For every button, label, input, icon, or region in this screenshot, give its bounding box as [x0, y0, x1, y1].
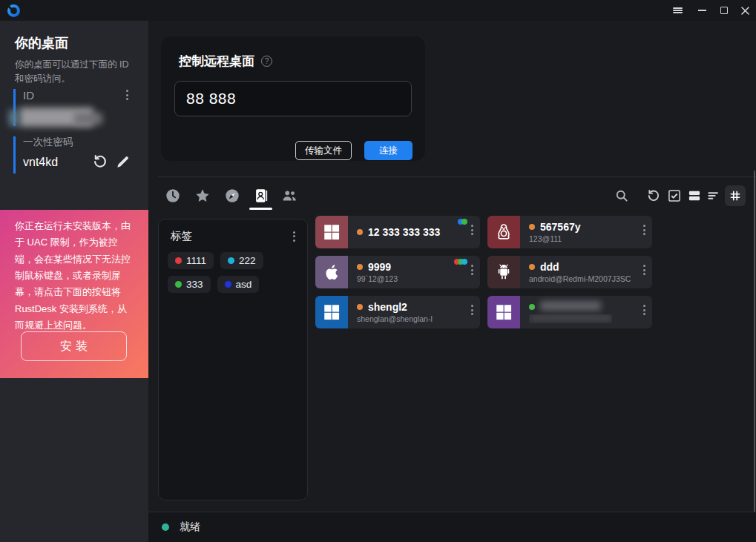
- peer-name: [540, 301, 601, 313]
- sidebar: 你的桌面 你的桌面可以通过下面的 ID 和密码访问。 ID 一次性密码 vnt4…: [0, 21, 148, 542]
- peer-tag-dots: [460, 219, 467, 225]
- hamburger-menu-icon[interactable]: [667, 0, 688, 21]
- rustdesk-logo-icon: [7, 4, 20, 17]
- section-divider: [158, 176, 756, 177]
- desktop-description: 你的桌面可以通过下面的 ID 和密码访问。: [15, 58, 137, 87]
- control-remote-desktop-title: 控制远程桌面: [179, 53, 254, 70]
- peer-card[interactable]: 567567y 123@111: [487, 216, 652, 248]
- select-checkbox-icon[interactable]: [667, 188, 682, 203]
- close-button[interactable]: [734, 0, 756, 21]
- censored-id-value: [9, 110, 19, 126]
- connect-card: 控制远程桌面 ? 传输文件 连接: [161, 36, 425, 161]
- sort-list-icon[interactable]: [706, 188, 721, 203]
- install-button[interactable]: 安装: [21, 331, 127, 361]
- peer-card[interactable]: 12 333 333 333: [315, 216, 480, 248]
- peer-name: 12 333 333 333: [368, 226, 440, 238]
- peer-name: 9999: [368, 261, 391, 273]
- one-time-password-value: vnt4kd: [23, 156, 58, 169]
- main-area: 控制远程桌面 ? 传输文件 连接: [148, 21, 756, 542]
- active-tab-underline: [249, 208, 272, 210]
- tag-color-dot: [175, 257, 182, 264]
- tags-title: 标签: [171, 229, 192, 243]
- peer-menu-button[interactable]: [471, 225, 473, 235]
- connect-button[interactable]: 连接: [364, 141, 412, 160]
- one-time-password-label: 一次性密码: [23, 136, 73, 149]
- id-menu-button[interactable]: [126, 90, 128, 100]
- peer-menu-button[interactable]: [643, 265, 645, 275]
- peer-card[interactable]: shengl2 shenglan@shenglan-l: [315, 296, 480, 328]
- edit-password-icon[interactable]: [115, 153, 131, 170]
- peer-username: [529, 314, 612, 323]
- tab-recent-sessions clock-icon[interactable]: [165, 188, 181, 204]
- minimize-button[interactable]: [691, 0, 713, 21]
- peer-card[interactable]: ddd android@Redmi-M2007J3SC: [487, 256, 652, 288]
- tag-color-dot: [228, 257, 234, 264]
- censored-peer-name: [540, 301, 601, 311]
- statusbar: 就绪: [148, 512, 756, 542]
- peer-card[interactable]: 9999 99`12@123: [315, 256, 480, 288]
- transfer-file-button[interactable]: 传输文件: [295, 141, 352, 160]
- scrollbar[interactable]: [754, 171, 755, 518]
- tags-panel: 标签 1111222333asd: [158, 219, 308, 500]
- windows-os-icon: [315, 296, 348, 328]
- peer-status-dot: [357, 304, 363, 310]
- peer-username: 123@111: [529, 234, 581, 243]
- windows-os-icon: [487, 296, 520, 328]
- tab-group group-icon[interactable]: [281, 188, 298, 204]
- windows-os-icon: [315, 216, 348, 248]
- peer-username: android@Redmi-M2007J3SC: [529, 274, 631, 283]
- password-accent-bar: [13, 136, 16, 173]
- peer-status-dot: [357, 264, 363, 270]
- warning-text: 你正在运行未安装版本，由于 UAC 限制，作为被控端，会在某些情况下无法控制鼠标…: [15, 218, 134, 334]
- tag-color-dot: [225, 281, 231, 288]
- tag-label: 222: [239, 255, 256, 266]
- tag-pill[interactable]: asd: [217, 276, 260, 293]
- tab-favorites star-icon[interactable]: [194, 188, 211, 204]
- peer-status-dot: [357, 229, 363, 235]
- remote-id-input[interactable]: [174, 81, 412, 116]
- peer-card[interactable]: [487, 296, 652, 328]
- maximize-button[interactable]: [713, 0, 734, 21]
- peer-status-dot: [529, 224, 535, 230]
- tag-pill[interactable]: 333: [168, 276, 211, 293]
- peer-status-dot: [529, 304, 535, 310]
- id-label: ID: [23, 89, 34, 102]
- peer-menu-button[interactable]: [471, 305, 473, 315]
- tab-address-book address-book-icon[interactable]: [253, 188, 269, 204]
- peer-tag-dots: [456, 259, 467, 265]
- regenerate-password-icon[interactable]: [92, 153, 108, 170]
- linux-os-icon: [487, 216, 520, 248]
- your-desktop-title: 你的桌面: [15, 34, 68, 52]
- help-icon[interactable]: ?: [261, 56, 272, 67]
- search-icon[interactable]: [614, 188, 629, 203]
- peer-username: shenglan@shenglan-l: [357, 314, 433, 323]
- peer-menu-button[interactable]: [643, 225, 645, 235]
- censored-id-value: [74, 113, 102, 125]
- tab-discovered compass-icon[interactable]: [224, 188, 240, 204]
- tags-menu-button[interactable]: [293, 231, 295, 242]
- peer-name: 567567y: [540, 221, 581, 233]
- censored-peer-username: [529, 314, 612, 322]
- android-os-icon: [487, 256, 520, 288]
- refresh-icon[interactable]: [646, 188, 661, 203]
- peer-name: ddd: [540, 261, 559, 273]
- peer-status-dot: [529, 264, 535, 270]
- peer-menu-button[interactable]: [471, 265, 473, 275]
- service-status-label: 就绪: [180, 520, 200, 534]
- peer-name: shengl2: [368, 301, 407, 313]
- tag-label: 1111: [186, 255, 206, 266]
- tag-list: 1111222333asd: [159, 251, 307, 294]
- peer-username: 99`12@123: [357, 274, 398, 283]
- peer-grid: 12 333 333 333 567567y 123@111 9999 99`1…: [315, 216, 652, 328]
- tag-label: 333: [186, 279, 203, 290]
- peer-menu-button[interactable]: [643, 305, 645, 315]
- tag-pill[interactable]: 222: [220, 252, 263, 269]
- cards-view-icon[interactable]: [687, 188, 702, 203]
- service-status-dot: [162, 523, 169, 531]
- tag-pill[interactable]: 1111: [168, 252, 214, 269]
- grid-view-icon[interactable]: [725, 185, 746, 206]
- apple-os-icon: [315, 256, 348, 288]
- titlebar: [0, 0, 756, 21]
- uninstalled-warning-panel: 你正在运行未安装版本，由于 UAC 限制，作为被控端，会在某些情况下无法控制鼠标…: [0, 210, 148, 378]
- tag-color-dot: [175, 281, 182, 288]
